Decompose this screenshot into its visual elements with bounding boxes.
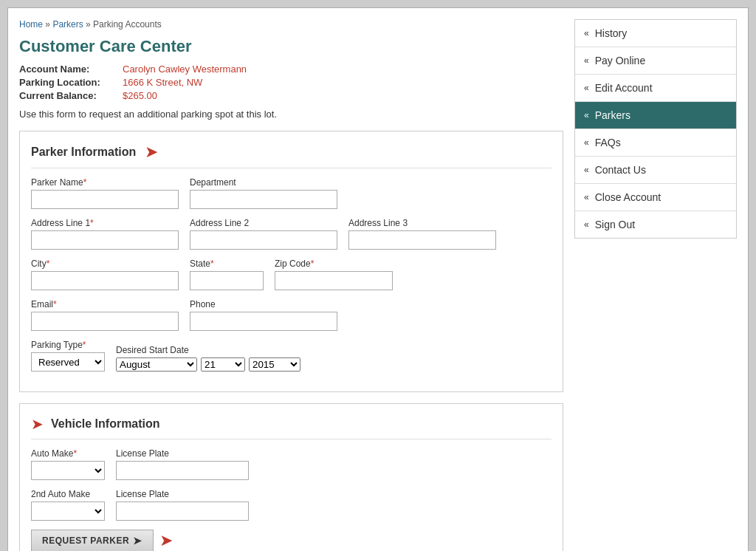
license-plate2-input[interactable]: [116, 502, 249, 521]
breadcrumb-parkers[interactable]: Parkers: [52, 19, 83, 30]
chevron-icon-active: «: [584, 110, 589, 120]
year-select[interactable]: 2015 2016 2017: [249, 357, 300, 372]
auto-make-label: Auto Make*: [31, 448, 105, 459]
sidebar-item-label-history: History: [595, 27, 628, 39]
sidebar-item-parkers[interactable]: « Parkers: [575, 102, 736, 129]
request-parker-arrow-icon: ➤: [133, 535, 142, 547]
auto-make2-row: 2nd Auto Make Toyota Honda Ford License …: [31, 489, 551, 521]
phone-input[interactable]: [190, 312, 337, 331]
chevron-icon: «: [584, 165, 589, 175]
sidebar-item-label-pay-online: Pay Online: [595, 55, 645, 66]
vehicle-information-section: ➤ Vehicle Information Auto Make* Toyota …: [19, 403, 563, 551]
state-input[interactable]: [190, 271, 264, 290]
address2-field: Address Line 2: [190, 218, 337, 250]
account-info: Account Name: Carolyn Cawley Westermann …: [19, 64, 563, 101]
desired-start-date-label: Desired Start Date: [116, 345, 300, 355]
main-layout: Home » Parkers » Parking Accounts Custom…: [8, 8, 748, 551]
license-plate2-label: License Plate: [116, 489, 249, 499]
vehicle-section-header: ➤ Vehicle Information: [31, 415, 551, 439]
sidebar-item-label-close-account: Close Account: [595, 191, 662, 203]
zipcode-input[interactable]: [275, 271, 393, 290]
sidebar-item-faqs[interactable]: « FAQs: [575, 129, 736, 157]
auto-make-row: Auto Make* Toyota Honda Ford License Pla…: [31, 448, 551, 480]
chevron-icon: «: [584, 219, 589, 230]
license-plate-label: License Plate: [116, 448, 249, 459]
email-field: Email*: [31, 299, 179, 331]
address3-label: Address Line 3: [348, 218, 496, 228]
address-row: Address Line 1* Address Line 2 Address L…: [31, 218, 551, 250]
breadcrumb-home[interactable]: Home: [19, 19, 43, 30]
current-balance-row: Current Balance: $265.00: [19, 90, 563, 101]
email-label: Email*: [31, 299, 179, 309]
city-label: City*: [31, 259, 179, 269]
address1-field: Address Line 1*: [31, 218, 179, 250]
sidebar-item-edit-account[interactable]: « Edit Account: [575, 75, 736, 102]
current-balance-label: Current Balance:: [19, 90, 123, 101]
parking-type-row: Parking Type* Reserved Unreserved Desire…: [31, 340, 551, 372]
parking-location-label: Parking Location:: [19, 77, 123, 88]
parking-type-field: Parking Type* Reserved Unreserved: [31, 340, 105, 372]
city-field: City*: [31, 259, 179, 290]
address1-input[interactable]: [31, 230, 179, 250]
sidebar-item-label-faqs: FAQs: [595, 137, 621, 148]
auto-make2-select[interactable]: Toyota Honda Ford: [31, 502, 105, 521]
sidebar-item-contact-us[interactable]: « Contact Us: [575, 157, 736, 184]
address2-label: Address Line 2: [190, 218, 337, 228]
state-label: State*: [190, 259, 264, 269]
month-select[interactable]: August September October: [116, 357, 197, 372]
sidebar-item-label-contact-us: Contact Us: [595, 164, 646, 176]
email-input[interactable]: [31, 312, 179, 331]
sidebar-item-label-sign-out: Sign Out: [595, 219, 635, 230]
chevron-icon: «: [584, 192, 589, 202]
parker-section-title: Parker Information: [31, 146, 136, 159]
chevron-icon: «: [584, 28, 589, 38]
parker-information-section: Parker Information ➤ Parker Name* Depart…: [19, 131, 563, 392]
parker-name-field: Parker Name*: [31, 177, 179, 209]
department-input[interactable]: [190, 190, 337, 209]
license-plate2-field: License Plate: [116, 489, 249, 521]
breadcrumb: Home » Parkers » Parking Accounts: [19, 19, 563, 30]
auto-make-field: Auto Make* Toyota Honda Ford: [31, 448, 105, 480]
sidebar-item-label-edit-account: Edit Account: [595, 82, 653, 94]
sidebar-item-pay-online[interactable]: « Pay Online: [575, 47, 736, 75]
parker-name-row: Parker Name* Department: [31, 177, 551, 209]
account-name-label: Account Name:: [19, 64, 123, 75]
parking-type-select[interactable]: Reserved Unreserved: [31, 352, 105, 372]
sidebar-item-history[interactable]: « History: [575, 20, 736, 47]
account-name-value: Carolyn Cawley Westermann: [123, 64, 247, 75]
account-name-row: Account Name: Carolyn Cawley Westermann: [19, 64, 563, 75]
desired-date-group: Desired Start Date August September Octo…: [116, 345, 300, 372]
city-input[interactable]: [31, 271, 179, 290]
state-field: State*: [190, 259, 264, 290]
chevron-icon: «: [584, 55, 589, 66]
address1-label: Address Line 1*: [31, 218, 179, 228]
zipcode-label: Zip Code*: [275, 259, 393, 269]
content-area: Home » Parkers » Parking Accounts Custom…: [19, 19, 563, 551]
address3-input[interactable]: [348, 230, 496, 250]
submit-area: REQUEST PARKER ➤ ➤: [31, 530, 551, 551]
department-field: Department: [190, 177, 337, 209]
zipcode-field: Zip Code*: [275, 259, 393, 290]
request-parker-label: REQUEST PARKER: [42, 535, 129, 546]
vehicle-section-arrow: ➤: [31, 415, 44, 433]
phone-field: Phone: [190, 299, 337, 331]
sidebar-item-sign-out[interactable]: « Sign Out: [575, 211, 736, 238]
email-phone-row: Email* Phone: [31, 299, 551, 331]
auto-make2-field: 2nd Auto Make Toyota Honda Ford: [31, 489, 105, 521]
day-select[interactable]: 21 22 23: [201, 357, 245, 372]
breadcrumb-parking-accounts: Parking Accounts: [93, 19, 162, 30]
auto-make-select[interactable]: Toyota Honda Ford: [31, 461, 105, 480]
parker-section-header: Parker Information ➤: [31, 143, 551, 168]
license-plate-field: License Plate: [116, 448, 249, 480]
parking-type-label: Parking Type*: [31, 340, 105, 350]
parker-name-label: Parker Name*: [31, 177, 179, 188]
parker-name-input[interactable]: [31, 190, 179, 209]
parker-section-arrow: ➤: [145, 143, 158, 162]
request-parker-button[interactable]: REQUEST PARKER ➤: [31, 530, 154, 551]
department-label: Department: [190, 177, 337, 188]
license-plate-input[interactable]: [116, 461, 249, 480]
parking-location-row: Parking Location: 1666 K Street, NW: [19, 77, 563, 88]
vehicle-section-title: Vehicle Information: [51, 417, 160, 431]
sidebar-item-close-account[interactable]: « Close Account: [575, 184, 736, 211]
address2-input[interactable]: [190, 230, 337, 250]
